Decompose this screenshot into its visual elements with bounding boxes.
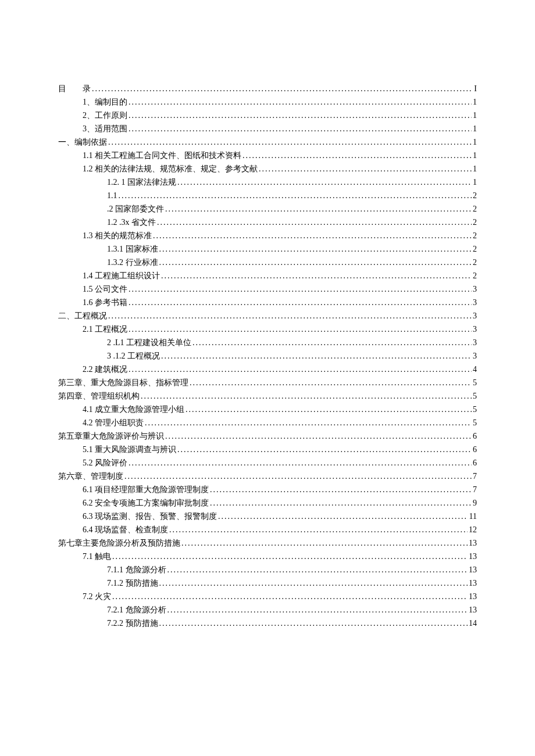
- toc-label: 7.1.1 危险源分析: [107, 564, 166, 576]
- toc-entry: 1.3.1 国家标准2: [58, 243, 477, 255]
- toc-page-number: 2: [473, 270, 477, 282]
- toc-label: 1.2 相关的法律法规、规范标准、规定、参考文献: [83, 163, 258, 175]
- toc-entry: 第七章主要危险源分析及预防措施13: [58, 537, 477, 549]
- toc-entry: 2.2 建筑概况4: [58, 363, 477, 375]
- toc-label: 一、编制依据: [58, 136, 107, 148]
- toc-label: 1.5 公司文件: [83, 283, 127, 295]
- toc-entry: 1、编制目的1: [58, 96, 477, 108]
- toc-leader-dots: [112, 590, 468, 603]
- toc-label: 1、编制目的: [83, 96, 127, 108]
- toc-label: 3、适用范围: [83, 123, 127, 135]
- toc-page-number: I: [474, 83, 477, 95]
- toc-label: 4.1 成立重大危险源管理小组: [83, 403, 184, 415]
- toc-label: 1.1: [107, 189, 117, 202]
- toc-page-number: 13: [469, 604, 477, 616]
- toc-label: .2 国家部委文件: [107, 203, 164, 215]
- toc-label: 5.2 风险评价: [83, 457, 127, 469]
- toc-leader-dots: [108, 136, 472, 148]
- toc-leader-dots: [124, 470, 472, 482]
- toc-leader-dots: [218, 510, 468, 522]
- toc-page-number: 6: [473, 443, 477, 456]
- toc-entry: 第四章、管理组织机构5: [58, 390, 477, 402]
- toc-leader-dots: [129, 123, 472, 135]
- toc-entry: 4.2 管理小组职责5: [58, 417, 477, 429]
- toc-entry: 1.3 相关的规范标准2: [58, 230, 477, 242]
- toc-page-number: 5: [473, 390, 477, 402]
- toc-page-number: 5: [473, 417, 477, 429]
- toc-label: 1.1 相关工程施工合同文件、图纸和技术资料: [83, 149, 241, 162]
- toc-page-number: 13: [469, 577, 477, 589]
- toc-leader-dots: [165, 430, 472, 442]
- toc-page-number: 11: [469, 510, 477, 522]
- toc-page-number: 1: [473, 163, 477, 175]
- toc-page-number: 6: [473, 457, 477, 469]
- toc-leader-dots: [177, 176, 472, 188]
- toc-leader-dots: [159, 617, 468, 629]
- toc-leader-dots: [129, 96, 472, 108]
- toc-leader-dots: [167, 564, 468, 576]
- toc-label: 1.2. 1 国家法律法规: [107, 176, 176, 188]
- toc-entry: 4.1 成立重大危险源管理小组5: [58, 403, 477, 415]
- toc-entry: 7.2.1 危险源分析13: [58, 604, 477, 616]
- toc-page-number: 13: [469, 550, 477, 562]
- toc-entry: 7.2.2 预防措施14: [58, 617, 477, 629]
- toc-page-number: 14: [469, 617, 477, 629]
- toc-entry: 一、编制依据1: [58, 136, 477, 148]
- toc-leader-dots: [129, 457, 472, 469]
- toc-label: 5.1 重大风险源调查与辨识: [83, 443, 176, 456]
- toc-leader-dots: [119, 189, 472, 202]
- toc-label: 6.1 项目经理部重大危险源管理制度: [83, 483, 209, 496]
- toc-label: 2.2 建筑概况: [83, 363, 127, 375]
- toc-page-number: 2: [473, 189, 477, 202]
- toc-page-number: 7: [473, 470, 477, 482]
- toc-entry: 1.4 工程施工组织设计2: [58, 270, 477, 282]
- toc-leader-dots: [186, 403, 472, 415]
- toc-label: 6.2 安全专项施工方案编制审批制度: [83, 497, 209, 509]
- toc-entry: 1.5 公司文件3: [58, 283, 477, 295]
- toc-page-number: 13: [469, 537, 477, 549]
- toc-label: 1.2 .3x 省文件: [107, 216, 156, 228]
- toc-leader-dots: [161, 270, 472, 282]
- toc-leader-dots: [161, 350, 472, 362]
- toc-page-number: 13: [469, 590, 477, 603]
- toc-entry: 7.1.2 预防措施13: [58, 577, 477, 589]
- toc-page-number: 3: [473, 336, 477, 349]
- toc-page-number: 2: [473, 203, 477, 215]
- toc-entry: 7.2 火灾13: [58, 590, 477, 603]
- toc-leader-dots: [210, 497, 472, 509]
- toc-leader-dots: [92, 83, 473, 95]
- toc-page-number: 2: [473, 256, 477, 268]
- toc-entry: 第五章重大危险源评价与辨识6: [58, 430, 477, 442]
- toc-entry: 1.2 相关的法律法规、规范标准、规定、参考文献1: [58, 163, 477, 175]
- toc-leader-dots: [165, 203, 472, 215]
- toc-entry: 1.6 参考书籍3: [58, 296, 477, 309]
- toc-entry: 3、适用范围1: [58, 123, 477, 135]
- toc-label: 6.4 现场监督、检查制度: [83, 524, 168, 536]
- toc-label: 2 .L1 工程建设相关单位: [107, 336, 191, 349]
- toc-leader-dots: [181, 537, 468, 549]
- toc-entry: 1.3.2 行业标准2: [58, 256, 477, 268]
- toc-label: 2.1 工程概况: [83, 323, 127, 335]
- toc-leader-dots: [108, 310, 472, 322]
- toc-page-number: 2: [473, 216, 477, 228]
- toc-page-number: 3: [473, 283, 477, 295]
- toc-entry: 3 .1.2 工程概况3: [58, 350, 477, 362]
- toc-page: 目 录I1、编制目的12、工作原则13、适用范围1一、编制依据11.1 相关工程…: [0, 0, 535, 756]
- toc-page-number: 1: [473, 149, 477, 162]
- toc-label: 二、工程概况: [58, 310, 107, 322]
- toc-leader-dots: [159, 243, 472, 255]
- toc-entry: 6.3 现场监测、报告、预警、报警制度11: [58, 510, 477, 522]
- toc-leader-dots: [129, 109, 472, 121]
- toc-entry: 7.1.1 危险源分析13: [58, 564, 477, 576]
- toc-entry: 2 .L1 工程建设相关单位3: [58, 336, 477, 349]
- toc-page-number: 1: [473, 96, 477, 108]
- toc-page-number: 3: [473, 296, 477, 309]
- toc-label: 第六章、管理制度: [58, 470, 123, 482]
- toc-label: 第四章、管理组织机构: [58, 390, 140, 402]
- toc-page-number: 1: [473, 109, 477, 121]
- toc-page-number: 2: [473, 243, 477, 255]
- toc-label: 1.3.2 行业标准: [107, 256, 158, 268]
- toc-label: 1.3.1 国家标准: [107, 243, 158, 255]
- table-of-contents: 目 录I1、编制目的12、工作原则13、适用范围1一、编制依据11.1 相关工程…: [58, 83, 477, 629]
- toc-label: 4.2 管理小组职责: [83, 417, 144, 429]
